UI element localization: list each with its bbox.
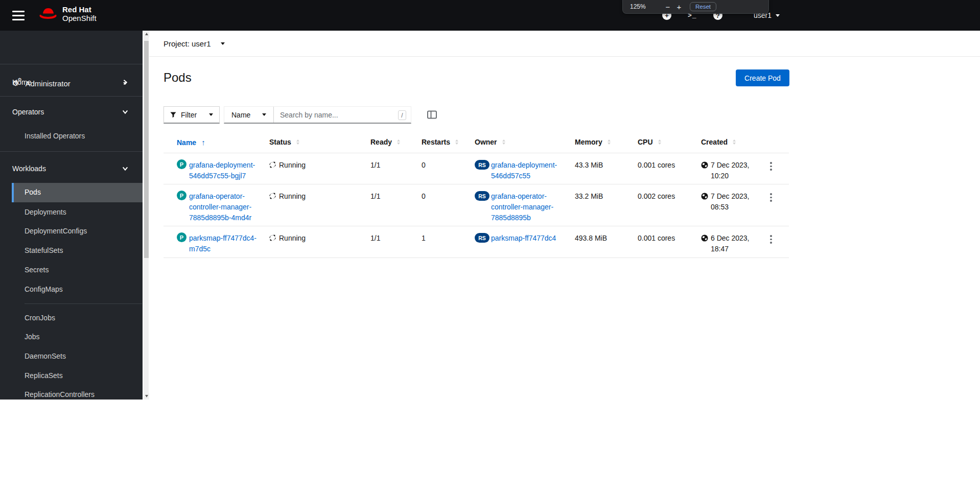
pod-name-link[interactable]: grafana-deployment-546dd57c55-bgjl7 <box>189 161 255 180</box>
brand-logo[interactable]: Red Hat OpenShift <box>38 5 97 22</box>
column-header-status[interactable]: Status <box>269 138 299 146</box>
sort-icon[interactable] <box>733 139 736 145</box>
table-header: Name ↑ Status Ready Restarts Owner Memor… <box>164 134 789 153</box>
sidebar-item-home[interactable]: Home <box>0 75 143 89</box>
cpu-cell: 0.001 cores <box>638 233 675 244</box>
table-row: P grafana-operator-controller-manager-78… <box>164 184 789 226</box>
project-bar: Project: user1 <box>149 31 980 57</box>
sidebar-item-pods[interactable]: Pods <box>12 183 143 202</box>
cpu-cell: 0.001 cores <box>638 160 675 171</box>
zoom-out-button[interactable]: − <box>662 3 673 11</box>
scrollbar-up-button[interactable] <box>144 31 149 37</box>
status-cell: Running <box>269 191 306 202</box>
restarts-cell: 1 <box>422 233 426 244</box>
sidebar-item-statefulsets[interactable]: StatefulSets <box>0 245 143 256</box>
page-title: Pods <box>164 71 192 85</box>
masthead: Red Hat OpenShift + >_ ? user1 <box>0 0 980 31</box>
search-wrap: / <box>274 107 411 123</box>
pod-name-link[interactable]: grafana-operator-controller-manager-7885… <box>189 192 251 222</box>
sort-icon[interactable] <box>455 139 458 145</box>
created-cell: 6 Dec 2023, 18:47 <box>711 233 759 254</box>
pod-badge: P <box>177 159 186 169</box>
chevron-down-icon <box>122 166 128 172</box>
filter-label: Filter <box>181 111 197 119</box>
sort-icon[interactable] <box>502 139 505 145</box>
caret-down-icon <box>262 113 266 116</box>
pod-badge: P <box>177 191 186 200</box>
create-pod-button[interactable]: Create Pod <box>736 69 789 86</box>
search-input[interactable] <box>274 107 411 123</box>
kebab-menu-icon[interactable] <box>769 161 773 172</box>
sync-status-icon <box>269 161 276 168</box>
memory-cell: 43.3 MiB <box>575 160 603 171</box>
created-time: 08:53 <box>711 202 759 213</box>
column-header-restarts[interactable]: Restarts <box>422 138 458 146</box>
column-header-cpu[interactable]: CPU <box>638 138 661 146</box>
caret-down-icon <box>221 42 225 45</box>
column-header-name[interactable]: Name ↑ <box>177 138 205 147</box>
replicaset-badge: RS <box>475 191 489 201</box>
memory-cell: 33.2 MiB <box>575 191 603 202</box>
sort-icon[interactable] <box>397 139 400 145</box>
table-row: P grafana-deployment-546dd57c55-bgjl7 Ru… <box>164 153 789 184</box>
caret-down-icon <box>776 14 780 17</box>
sidebar-item-operators[interactable]: Operators <box>0 105 143 119</box>
chevron-right-icon <box>122 79 128 85</box>
sidebar-scrollbar[interactable] <box>143 31 149 400</box>
filter-dropdown[interactable]: Filter <box>164 106 220 124</box>
column-header-created[interactable]: Created <box>701 138 736 146</box>
sidebar-item-deploymentconfigs[interactable]: DeploymentConfigs <box>0 225 143 237</box>
zoom-reset-button[interactable]: Reset <box>690 2 716 11</box>
sidebar-item-replicasets[interactable]: ReplicaSets <box>0 370 143 381</box>
scrollbar-thumb[interactable] <box>144 41 149 258</box>
project-dropdown[interactable]: Project: user1 <box>164 31 225 57</box>
pod-name-link[interactable]: parksmap-ff7477dc4-m7d5c <box>189 234 256 253</box>
sort-icon[interactable] <box>608 139 611 145</box>
sidebar-item-daemonsets[interactable]: DaemonSets <box>0 350 143 362</box>
owner-link[interactable]: parksmap-ff7477dc4 <box>491 234 556 242</box>
ready-cell: 1/1 <box>370 233 380 244</box>
replicaset-badge: RS <box>475 160 489 170</box>
globe-icon <box>701 234 708 243</box>
owner-link[interactable]: grafana-operator-controller-manager-7885… <box>491 192 553 222</box>
sidebar-item-jobs[interactable]: Jobs <box>0 331 143 342</box>
table-row: P parksmap-ff7477dc4-m7d5c Running 1/1 1… <box>164 226 789 258</box>
sidebar-item-workloads[interactable]: Workloads <box>0 161 143 176</box>
sidebar-item-cronjobs[interactable]: CronJobs <box>0 312 143 323</box>
status-cell: Running <box>269 233 306 244</box>
memory-cell: 493.8 MiB <box>575 233 607 244</box>
sort-ascending-icon[interactable]: ↑ <box>201 138 205 147</box>
created-cell: 7 Dec 2023, 08:53 <box>711 191 759 213</box>
column-header-memory[interactable]: Memory <box>575 138 611 146</box>
divider <box>25 303 142 304</box>
sort-icon[interactable] <box>296 139 299 145</box>
zoom-in-button[interactable]: + <box>673 3 685 11</box>
status-text: Running <box>279 160 306 171</box>
created-date: 6 Dec 2023, <box>711 233 759 244</box>
status-cell: Running <box>269 160 306 171</box>
sidebar-item-replicationcontrollers[interactable]: ReplicationControllers <box>0 389 143 400</box>
manage-columns-icon[interactable] <box>427 110 437 120</box>
sidebar-item-deployments[interactable]: Deployments <box>0 206 143 218</box>
search-attribute-label: Name <box>231 111 250 119</box>
search-attribute-dropdown[interactable]: Name <box>224 107 274 123</box>
sidebar-item-installed-operators[interactable]: Installed Operators <box>0 129 143 143</box>
owner-link[interactable]: grafana-deployment-546dd57c55 <box>491 161 557 180</box>
browser-zoom-popup: 125% − + Reset <box>622 0 769 14</box>
replicaset-badge: RS <box>475 233 489 243</box>
search-shortcut-badge: / <box>398 110 406 120</box>
created-date: 7 Dec 2023, <box>711 191 759 202</box>
column-header-ready[interactable]: Ready <box>370 138 400 146</box>
kebab-menu-icon[interactable] <box>769 234 773 245</box>
restarts-cell: 0 <box>422 191 426 202</box>
sidebar-item-secrets[interactable]: Secrets <box>0 264 143 275</box>
scrollbar-down-button[interactable] <box>144 393 149 400</box>
project-label: Project: user1 <box>164 39 211 48</box>
kebab-menu-icon[interactable] <box>769 192 773 203</box>
restarts-cell: 0 <box>422 160 426 171</box>
column-header-owner[interactable]: Owner <box>475 138 505 146</box>
sort-icon[interactable] <box>658 139 661 145</box>
sidebar-item-configmaps[interactable]: ConfigMaps <box>0 284 143 295</box>
menu-toggle-icon[interactable] <box>12 11 25 21</box>
status-text: Running <box>279 233 306 244</box>
